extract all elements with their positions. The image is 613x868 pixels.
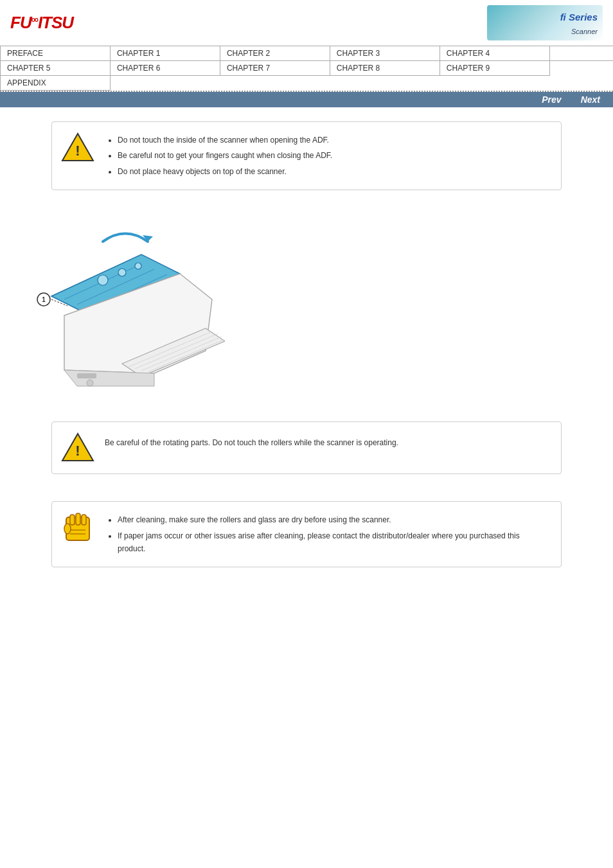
nav-chapter6[interactable]: CHAPTER 6 [110,61,220,76]
nav-row-3: APPENDIX [1,76,614,91]
fujitsu-logo: FUooITSU [10,13,73,33]
nav-chapter8[interactable]: CHAPTER 8 [330,61,440,76]
note-text-1: After cleaning, make sure the rollers an… [105,511,548,558]
scanner-area: 1 [26,222,587,402]
warning-bullet-3: Do not place heavy objects on top of the… [118,165,332,178]
note-bullet-1: After cleaning, make sure the rollers an… [118,513,548,526]
nav-chapter4[interactable]: CHAPTER 4 [440,46,549,61]
nav-spacer5 [110,76,613,91]
warning-bullet-2: Be careful not to get your fingers caugh… [118,149,332,162]
nav-spacer3 [549,61,588,76]
svg-point-8 [98,275,108,285]
note-bullet-2: If paper jams occur or other issues aris… [118,529,548,556]
note-icon-1 [61,511,94,544]
nav-spacer4 [588,61,613,76]
gap-3 [13,482,600,493]
next-button[interactable]: Next [581,94,600,105]
note-box-1: After cleaning, make sure the rollers an… [51,501,562,567]
svg-text:!: ! [75,443,80,459]
svg-rect-24 [76,513,80,525]
nav-row-2: CHAPTER 5 CHAPTER 6 CHAPTER 7 CHAPTER 8 … [1,61,614,76]
warning-icon-1: ! [61,131,94,164]
nav-row-1: PREFACE CHAPTER 1 CHAPTER 2 CHAPTER 3 CH… [1,46,614,61]
nav-appendix[interactable]: APPENDIX [1,76,111,91]
page-header: FUooITSU fi Series Scanner [0,0,613,44]
nav-chapter3[interactable]: CHAPTER 3 [330,46,440,61]
nav-chapter5[interactable]: CHAPTER 5 [1,61,111,76]
nav-chapter1[interactable]: CHAPTER 1 [110,46,220,61]
fi-series-text: fi Series [560,12,598,22]
svg-rect-23 [70,515,75,525]
warning-text-1: Do not touch the inside of the scanner w… [105,131,332,181]
svg-point-28 [64,524,71,534]
nav-chapter9[interactable]: CHAPTER 9 [440,61,549,76]
warning-2-text: Be careful of the rotating parts. Do not… [105,438,398,447]
svg-rect-25 [82,515,86,525]
warning-box-1: ! Do not touch the inside of the scanner… [51,121,562,190]
gap-1 [13,198,600,209]
svg-point-16 [87,380,93,386]
nav-table: PREFACE CHAPTER 1 CHAPTER 2 CHAPTER 3 CH… [0,46,613,91]
gap-2 [13,402,600,414]
nav-spacer2 [588,46,613,61]
warning-text-2: Be careful of the rotating parts. Do not… [105,431,398,465]
scanner-svg: 1 [26,222,225,402]
nav-spacer1 [549,46,588,61]
warning-box-2: ! Be careful of the rotating parts. Do n… [51,421,562,474]
nav-preface[interactable]: PREFACE [1,46,111,61]
scanner-model-text: Scanner [571,28,598,35]
nav-chapter2[interactable]: CHAPTER 2 [220,46,330,61]
svg-text:1: 1 [42,296,46,303]
brand-logo: fi Series Scanner [487,5,603,40]
prev-next-bar: Prev Next [0,92,613,107]
nav-chapter7[interactable]: CHAPTER 7 [220,61,330,76]
svg-point-9 [118,269,126,276]
scanner-diagram: 1 [26,222,225,402]
svg-point-10 [135,263,141,269]
svg-rect-15 [77,373,96,378]
warning-bullet-1: Do not touch the inside of the scanner w… [118,134,332,146]
prev-button[interactable]: Prev [542,94,561,105]
svg-text:!: ! [75,143,80,159]
main-content: ! Do not touch the inside of the scanner… [0,107,613,581]
warning-icon-2: ! [61,431,94,465]
